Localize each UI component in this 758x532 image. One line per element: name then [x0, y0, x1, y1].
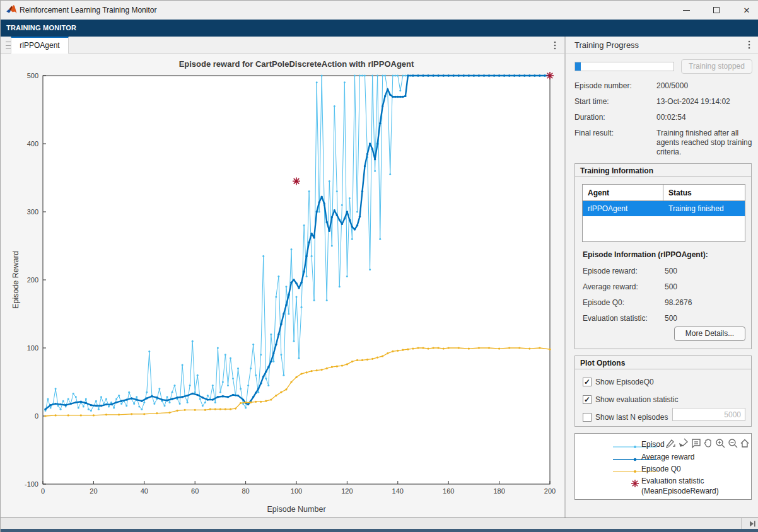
datatip-icon[interactable] [690, 437, 702, 449]
legend-label-average-reward[interactable]: Average reward [641, 453, 695, 461]
svg-text:500: 500 [27, 72, 38, 79]
chart-panel: 020406080100120140160180200-100010020030… [1, 54, 564, 518]
group-title: Plot Options [575, 356, 751, 369]
svg-text:20: 20 [90, 487, 97, 495]
maximize-button[interactable] [702, 1, 731, 20]
cell-agent: rlPPOAgent [583, 201, 663, 216]
close-button[interactable]: ✕ [732, 1, 758, 20]
info-value: Training finished after all agents reach… [656, 129, 752, 157]
checkbox-icon[interactable] [583, 395, 592, 404]
episode-info-title: Episode Information (rlPPOAgent): [583, 250, 708, 259]
svg-text:160: 160 [443, 487, 454, 495]
svg-text:-100: -100 [25, 480, 38, 488]
svg-text:100: 100 [27, 344, 38, 352]
table-header-row: Agent Status [583, 185, 745, 201]
svg-text:Episode Number: Episode Number [267, 505, 325, 514]
axes-toolbar [665, 436, 750, 450]
ribbon-tab-training-monitor[interactable]: TRAINING MONITOR [6, 24, 76, 32]
chart-legend: Episode reward Average reward Episode Q0… [574, 433, 752, 500]
svg-text:200: 200 [27, 276, 38, 284]
column-header-agent: Agent [583, 185, 663, 200]
progress-fill [575, 62, 581, 71]
plot-options-group: Plot Options Show EpisodeQ0 Show evaluat… [574, 356, 752, 427]
ribbon: TRAINING MONITOR [1, 20, 758, 37]
legend-label-episode-q0[interactable]: Episode Q0 [641, 465, 681, 473]
svg-text:100: 100 [291, 487, 302, 495]
training-plot[interactable]: 020406080100120140160180200-100010020030… [1, 54, 564, 518]
status-bar [1, 518, 758, 529]
svg-text:80: 80 [242, 487, 249, 495]
info-label: Evaluation statistic: [583, 314, 662, 323]
more-details-button[interactable]: More Details... [674, 327, 745, 341]
svg-text:300: 300 [27, 208, 38, 216]
minimize-button[interactable] [672, 1, 701, 20]
svg-text:0: 0 [35, 412, 38, 420]
chart-title: Episode reward for CartPoleDiscreteActio… [43, 59, 550, 69]
window-title: Reinforcement Learning Training Monitor [20, 6, 156, 14]
svg-text:40: 40 [141, 487, 148, 495]
info-value: 00:02:54 [656, 113, 752, 122]
info-value: 500 [665, 282, 677, 291]
taskbar-sliver [1, 529, 758, 532]
column-header-status: Status [663, 185, 745, 200]
info-label: Start time: [574, 97, 653, 106]
info-value: 98.2676 [665, 298, 692, 307]
asterisk-marker-icon [630, 478, 640, 489]
checkbox-label: Show last N episodes [595, 413, 668, 422]
svg-text:400: 400 [27, 140, 38, 147]
home-icon[interactable] [739, 437, 750, 449]
zoom-out-icon[interactable] [727, 437, 738, 449]
info-value: 500 [665, 314, 677, 323]
panel-title: Training Progress [574, 40, 639, 50]
svg-text:Episode Reward: Episode Reward [11, 251, 20, 309]
checkbox-icon[interactable] [583, 378, 592, 386]
cell-status: Training finished [663, 201, 745, 216]
svg-text:180: 180 [493, 487, 504, 495]
brush-icon[interactable] [677, 437, 689, 449]
pan-icon[interactable] [703, 437, 714, 449]
export-icon[interactable] [665, 437, 677, 449]
group-title: Training Information [575, 164, 751, 177]
panel-header: Training Progress [566, 37, 758, 54]
svg-text:60: 60 [191, 487, 199, 495]
n-episodes-input[interactable] [672, 408, 745, 421]
svg-text:140: 140 [392, 487, 404, 495]
svg-text:0: 0 [41, 487, 45, 495]
titlebar: Reinforcement Learning Training Monitor … [1, 1, 758, 20]
app-window: Reinforcement Learning Training Monitor … [0, 0, 758, 532]
info-label: Episode number: [574, 81, 653, 90]
training-stopped-button[interactable]: Training stopped [681, 59, 752, 74]
info-value: 500 [665, 267, 677, 275]
legend-label-evaluation-statistic[interactable]: Evaluation statistic [641, 477, 704, 485]
info-value: 13-Oct-2024 19:14:02 [656, 97, 752, 107]
panel-options-kebab-icon[interactable] [743, 38, 755, 52]
svg-text:120: 120 [341, 487, 353, 495]
agent-status-table[interactable]: Agent Status rlPPOAgent Training finishe… [582, 184, 745, 242]
svg-text:200: 200 [544, 487, 556, 495]
info-label: Average reward: [583, 282, 662, 291]
checkbox-label: Show EpisodeQ0 [595, 378, 654, 386]
zoom-in-icon[interactable] [714, 437, 726, 449]
expand-panel-icon[interactable] [750, 521, 756, 527]
info-label: Duration: [574, 113, 653, 122]
info-label: Final result: [574, 129, 653, 137]
legend-label-evaluation-statistic-2: (MeanEpisodeReward) [641, 487, 719, 495]
info-label: Episode reward: [583, 267, 662, 275]
legend-swatch-evaluation-statistic [630, 478, 640, 491]
tab-options-kebab-icon[interactable] [549, 38, 561, 52]
tab-strip: rlPPOAgent [1, 37, 564, 54]
info-label: Episode Q0: [583, 298, 662, 307]
training-information-group: Training Information Agent Status rlPPOA… [574, 163, 752, 349]
checkbox-label: Show evaluation statistic [595, 395, 678, 404]
training-progress-panel: Training Progress Training stopped Episo… [566, 37, 758, 518]
status-bar-divider [741, 518, 742, 529]
table-row[interactable]: rlPPOAgent Training finished [583, 201, 745, 216]
info-value: 200/5000 [656, 81, 752, 91]
tab-rlppoagent[interactable]: rlPPOAgent [11, 37, 69, 54]
matlab-logo-icon [6, 5, 17, 17]
training-progress-bar [574, 62, 674, 71]
checkbox-icon[interactable] [583, 413, 592, 422]
